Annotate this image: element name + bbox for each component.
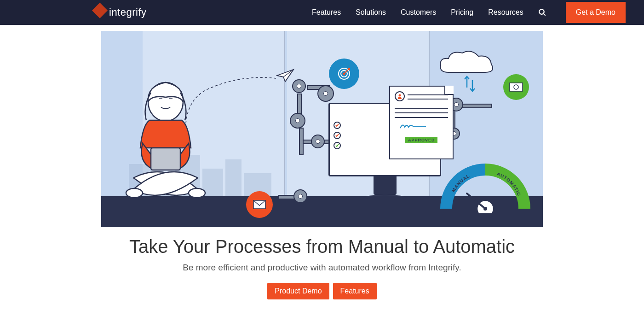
monitor-illustration-icon: APPROVED [328,103,441,199]
top-navbar: integrify Features Solutions Customers P… [0,0,644,25]
brand-logo[interactable]: integrify [94,6,147,18]
features-button[interactable]: Features [333,283,377,299]
svg-rect-11 [151,148,180,170]
search-icon[interactable] [538,8,546,17]
hero-headline: Take Your Processes from Manual to Autom… [129,236,515,257]
nav-resources[interactable]: Resources [488,8,523,17]
mail-icon [246,191,273,218]
svg-point-0 [539,9,544,14]
signature-icon [395,122,448,132]
brand-name: integrify [109,6,147,18]
hero-illustration: APPROVED MANUAL AUTOMATIC [101,31,543,227]
logo-diamond-icon [92,5,108,20]
gear-icon [293,189,307,203]
nav-customers[interactable]: Customers [401,8,436,17]
svg-line-18 [344,69,349,74]
nav-solutions[interactable]: Solutions [356,8,386,17]
hero-subhead: Be more efficient and productive with au… [183,263,461,273]
person-illustration-icon [115,79,216,208]
get-demo-button[interactable]: Get a Demo [566,2,626,23]
svg-point-22 [399,94,401,97]
avatar-icon [395,91,405,101]
cloud-icon [437,49,497,77]
svg-line-1 [543,13,546,16]
nav-pricing[interactable]: Pricing [451,8,473,17]
money-icon [503,74,529,100]
svg-rect-6 [225,159,242,196]
paper-plane-icon [276,69,294,82]
sync-arrows-icon [463,75,476,93]
gear-icon [290,113,305,129]
product-demo-button[interactable]: Product Demo [267,283,329,299]
gear-icon [311,135,325,148]
svg-point-13 [189,188,205,198]
hero-button-group: Product Demo Features [267,283,376,299]
svg-point-12 [126,188,143,198]
approved-badge: APPROVED [405,137,437,143]
target-icon [329,59,359,89]
gauge-icon: MANUAL AUTOMATIC [437,160,534,213]
nav-features[interactable]: Features [312,8,341,17]
nav-items: Features Solutions Customers Pricing Res… [312,2,626,23]
gear-icon [292,79,306,93]
document-icon: APPROVED [389,86,454,159]
hero-section: APPROVED MANUAL AUTOMATIC Take Your Proc… [0,25,644,299]
gear-icon [317,85,334,102]
svg-rect-20 [510,83,523,91]
